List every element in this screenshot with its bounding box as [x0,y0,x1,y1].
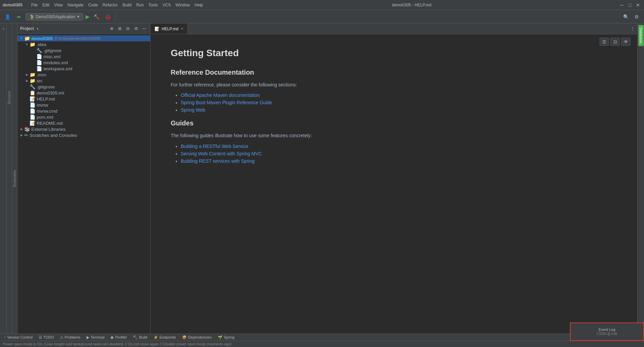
tree-modules-xml[interactable]: 📄 modules.xml [18,60,150,66]
locate-file-button[interactable]: ⊕ [108,25,115,32]
profiler-label: Profiler [115,335,127,339]
tree-misc-xml[interactable]: 📄 misc.xml [18,53,150,60]
settings-button[interactable]: ⚙ [632,12,641,22]
toggle-empty [31,48,36,53]
status-tab-todo[interactable]: ☰ TODO [36,335,57,340]
menu-edit[interactable]: Edit [40,2,52,8]
gitignore-icon: 🔧 [36,48,42,53]
title-bar-left: demo0305 FileEditViewNavigateCodeRefacto… [3,2,205,8]
search-everywhere-button[interactable]: 🔍 [621,12,631,22]
tree-readme-md[interactable]: 📝 README.md [18,120,150,126]
status-tab-spring[interactable]: 🌱 Spring [215,335,237,340]
run-button[interactable]: ▶ [86,13,90,20]
tree-root-item[interactable]: ▼ 📁 demo0305 D:\eclipseproject\demo0305 [18,35,150,41]
tree-mvnw[interactable]: 📄 mvnw [18,102,150,108]
minimize-button[interactable]: ─ [618,2,625,8]
md-list-view-button[interactable]: ☰ [600,38,609,46]
project-panel: Project ▼ ⊕ ⊞ ⊟ ⚙ — ▼ 📁 demo0305 D:\ecli… [18,24,150,334]
project-panel-header: Project ▼ ⊕ ⊞ ⊟ ⚙ — [18,24,150,34]
database-label: Database [639,28,643,43]
menu-refactor[interactable]: Refactor [101,2,120,8]
link-serving-web-content[interactable]: Serving Web Content with Spring MVC [181,151,262,156]
md-split-view-button[interactable]: ⊡ [610,38,620,46]
maximize-button[interactable]: □ [626,2,633,8]
status-tab-endpoints[interactable]: ⚡ Endpoints [151,335,179,340]
file-tree: ▼ 📁 demo0305 D:\eclipseproject\demo0305 … [18,34,150,334]
link-spring-web[interactable]: Spring Web [181,107,205,113]
build-button[interactable]: 🔨 [92,12,101,22]
expand-button[interactable]: ⊟ [125,25,131,32]
tree-mvn-folder[interactable]: ▶ 📁 .mvn [18,72,150,78]
gitignore-root-label: .gitignore [37,84,55,89]
md-preview-button[interactable]: 👁 [621,38,631,46]
toggle-mvn[interactable]: ▶ [24,72,30,77]
status-tab-terminal[interactable]: ▶ Terminal [84,335,107,340]
dependencies-icon: 📦 [182,335,187,340]
link-apache-maven[interactable]: Official Apache Maven documentation [181,92,260,98]
tab-help-md-label: HELP.md [162,27,178,31]
toggle-idea[interactable]: ▼ [24,42,30,47]
version-control-icon: ↑ [4,335,6,339]
tree-help-md[interactable]: 📝 HELP.md [18,96,150,102]
link-restful-web-service[interactable]: Building a RESTful Web Service [181,144,248,149]
tree-idea-folder[interactable]: ▼ 📁 .idea [18,41,150,47]
database-tab[interactable]: Database [638,25,644,46]
tree-gitignore-idea[interactable]: 🔧 .gitignore [18,47,150,53]
status-tab-problems[interactable]: ⚠ Problems [57,335,83,340]
ext-libs-icon: 📚 [24,126,30,132]
menu-code[interactable]: Code [86,2,100,8]
debug-button[interactable]: 🐞 [103,12,112,22]
idea-folder-icon: 📁 [30,42,35,47]
menu-help[interactable]: Help [193,2,205,8]
tree-src-folder[interactable]: ▶ 📁 src [18,78,150,84]
status-tab-version-control[interactable]: ↑ Version Control [1,335,35,340]
help-md-icon: 📝 [30,96,35,102]
toggle-root[interactable]: ▼ [19,36,24,41]
tree-iml[interactable]: 📋 demo0305.iml [18,90,150,96]
navigate-back-button[interactable]: ⬅ [14,12,24,22]
close-button[interactable]: ✕ [635,2,641,8]
tree-mvnw-cmd[interactable]: 📄 mvnw.cmd [18,108,150,114]
toggle-src[interactable]: ▶ [24,78,30,83]
run-config-selector[interactable]: 🍃 Demo0305Application ▼ [26,13,83,21]
tree-scratches[interactable]: ▶ ✏ Scratches and Consoles [18,132,150,138]
link-spring-boot-maven[interactable]: Spring Boot Maven Plugin Reference Guide [181,100,272,105]
dependencies-label: Dependencies [188,335,212,339]
toggle-scratches[interactable]: ▶ [19,132,24,138]
menu-run[interactable]: Run [134,2,146,8]
hide-panel-button[interactable]: — [141,25,147,32]
menu-bar: FileEditViewNavigateCodeRefactorBuildRun… [29,2,205,8]
status-message: Power save mode is On: Code insight and … [3,342,232,346]
menu-build[interactable]: Build [121,2,134,8]
tab-help-md[interactable]: 📝 HELP.md ✕ [150,24,188,34]
menu-tools[interactable]: Tools [146,2,160,8]
menu-vcs[interactable]: VCS [161,2,173,8]
tree-pom-xml[interactable]: 📄 pom.xml [18,114,150,120]
toggle-ext-libs[interactable]: ▶ [19,126,24,132]
tree-workspace-xml[interactable]: 📄 workspace.xml [18,66,150,72]
run-config-label: Demo0305Application [36,14,75,19]
menu-window[interactable]: Window [173,2,192,8]
collapse-all-button[interactable]: ⊞ [116,25,123,32]
tab-close-button[interactable]: ✕ [180,27,183,31]
sidebar-tab-project[interactable]: P [1,25,6,32]
menu-navigate[interactable]: Navigate [66,2,86,8]
tree-gitignore-root[interactable]: 🔧 .gitignore [18,84,150,90]
readme-label: README.md [37,121,63,126]
tree-ext-libs[interactable]: ▶ 📚 External Libraries [18,126,150,132]
status-tab-build[interactable]: 🔨 Build [130,335,150,340]
status-tab-profiler[interactable]: ◉ Profiler [108,335,130,340]
menu-file[interactable]: File [29,2,40,8]
link-rest-services-spring[interactable]: Building REST services with Spring [181,158,255,164]
status-tab-dependencies[interactable]: 📦 Dependencies [179,335,214,340]
recent-files-button[interactable]: ⋮ [629,26,636,32]
settings-gear-icon[interactable]: ⚙ [133,25,139,32]
menu-view[interactable]: View [52,2,65,8]
status-bar: ↑ Version Control ☰ TODO ⚠ Problems ▶ Te… [0,334,644,347]
profile-button[interactable]: 👤 [3,12,12,22]
right-sidebar-tabs: Database [637,24,644,334]
list-item: Spring Boot Maven Plugin Reference Guide [181,100,617,105]
profiler-icon: ◉ [110,335,114,340]
terminal-icon: ▶ [87,335,89,340]
md-title: Getting Started [171,48,617,59]
